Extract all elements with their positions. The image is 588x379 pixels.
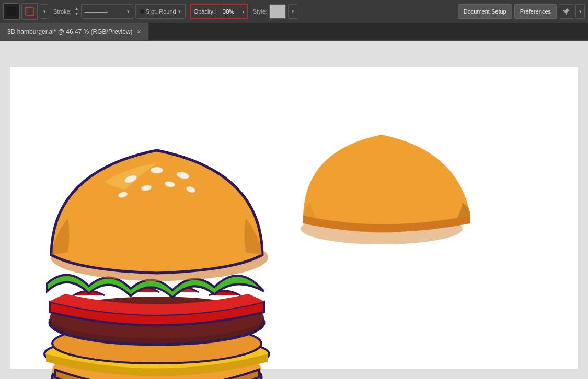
stroke-style-value: ———— [85,8,125,15]
stroke-swatch[interactable] [21,3,38,20]
preferences-button[interactable]: Preferences [514,4,557,19]
tab-close-button[interactable]: × [137,28,141,35]
pin-button[interactable] [559,4,573,19]
tab-bar: 3D hamburger.ai* @ 46,47 % (RGB/Preview)… [0,23,588,41]
stroke-icon [25,7,34,16]
document-tab[interactable]: 3D hamburger.ai* @ 46,47 % (RGB/Preview)… [0,23,149,40]
opacity-arrow[interactable]: › [239,5,247,18]
tab-title: 3D hamburger.ai* @ 46,47 % (RGB/Preview) [7,28,133,35]
style-label: Style: [253,8,268,15]
white-canvas [10,67,578,369]
svg-point-12 [151,167,163,173]
stroke-label: Stroke: [53,8,72,15]
hamburger-illustration [26,98,287,379]
svg-line-1 [25,7,34,16]
fill-stroke-chevron[interactable]: ▾ [40,4,49,19]
brush-selector[interactable]: 5 pt. Round ▾ [135,4,186,19]
canvas-area [0,41,588,379]
hamburger-svg [26,98,287,379]
pin-chevron[interactable]: ▾ [575,4,585,19]
stroke-updown[interactable]: ▲ ▼ [75,6,79,17]
opacity-label: Opacity: [191,8,218,15]
brush-dot-icon [140,9,144,14]
fill-stroke-group: ▾ [3,3,49,20]
opacity-group: Opacity: 30% › [190,4,248,19]
brush-chevron: ▾ [178,9,181,14]
style-swatch[interactable] [269,4,286,19]
pin-icon [562,7,570,16]
stroke-style-dropdown[interactable]: ———— ▾ [81,4,133,19]
brush-label: 5 pt. Round [146,8,176,15]
bun-top-svg [301,114,473,250]
document-setup-button[interactable]: Document Setup [458,4,512,19]
bun-top-illustration [301,114,473,251]
opacity-input[interactable]: 30% [218,5,239,18]
stroke-style-chevron: ▾ [127,9,130,14]
fill-swatch[interactable] [3,3,20,20]
main-toolbar: ▾ Stroke: ▲ ▼ ———— ▾ 5 pt. Round ▾ Opaci… [0,0,588,23]
style-chevron[interactable]: ▾ [288,4,297,19]
